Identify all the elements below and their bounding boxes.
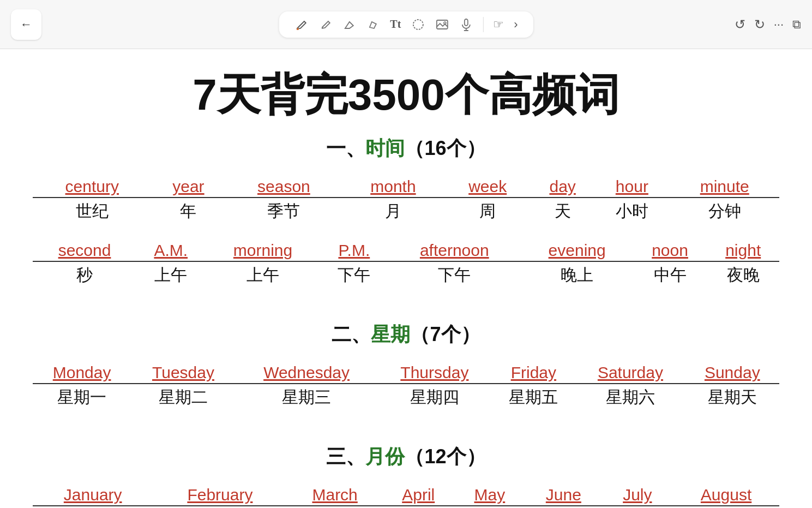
word-am: A.M.	[136, 236, 205, 261]
word-february: February	[153, 480, 287, 506]
cn-afternoon: 下午	[388, 261, 521, 294]
section-months-prefix: 三、	[326, 445, 365, 468]
cn-century: 世纪	[33, 198, 152, 230]
cn-evening: 晚上	[521, 261, 633, 294]
svg-rect-1	[296, 29, 298, 30]
section-weekdays-header: 二、星期（7个）	[33, 321, 779, 348]
main-title: 7天背完3500个高频词	[33, 71, 779, 119]
pen-icon[interactable]	[294, 17, 308, 32]
cn-august: 八月	[673, 506, 779, 508]
cn-wednesday: 星期三	[236, 384, 378, 416]
ellipsis-icon[interactable]: ···	[774, 17, 784, 32]
chevron-right-icon[interactable]: ›	[514, 17, 518, 32]
copy-icon[interactable]: ⧉	[792, 17, 801, 32]
toolbar-right: ↺ ↻ ··· ⧉	[735, 17, 801, 32]
word-morning: morning	[205, 236, 320, 261]
word-pm: P.M.	[321, 236, 388, 261]
word-january: January	[33, 480, 153, 506]
word-friday: Friday	[491, 358, 575, 384]
text-icon[interactable]: Tt	[390, 18, 401, 31]
section-time-suffix: （16个）	[405, 137, 485, 159]
cn-april: 四月	[383, 506, 454, 508]
cn-week: 周	[444, 198, 531, 230]
cn-sunday: 星期天	[685, 384, 779, 416]
eraser-icon[interactable]	[342, 17, 356, 32]
months-chinese-row: 一月 二月 三月 四月 五月 六月 七月 八月	[33, 506, 779, 508]
touch-icon[interactable]: ☞	[493, 17, 504, 32]
back-button[interactable]: ←	[11, 9, 41, 40]
section-months-suffix: （12个）	[405, 445, 485, 468]
cn-season: 季节	[225, 198, 342, 230]
weekdays-table: Monday Tuesday Wednesday Thursday Friday…	[33, 358, 779, 416]
word-may: May	[454, 480, 526, 506]
section-time-green: 时间	[365, 137, 405, 159]
word-month: month	[342, 172, 444, 198]
word-noon: noon	[633, 236, 707, 261]
word-july: July	[602, 480, 673, 506]
cn-pm: 下午	[321, 261, 388, 294]
word-year: year	[152, 172, 226, 198]
cn-month: 月	[342, 198, 444, 230]
time-chinese-row1: 世纪 年 季节 月 周 天 小时 分钟	[33, 198, 779, 230]
lasso-icon[interactable]	[411, 17, 425, 32]
cn-year: 年	[152, 198, 226, 230]
cn-january: 一月	[33, 506, 153, 508]
word-april: April	[383, 480, 454, 506]
section-time-header: 一、时间（16个）	[33, 135, 779, 162]
word-afternoon: afternoon	[388, 236, 521, 261]
cn-am: 上午	[136, 261, 205, 294]
undo-icon[interactable]: ↺	[735, 17, 745, 32]
cn-saturday: 星期六	[575, 384, 685, 416]
cn-june: 六月	[525, 506, 602, 508]
cn-night: 夜晚	[707, 261, 779, 294]
cn-morning: 上午	[205, 261, 320, 294]
word-century: century	[33, 172, 152, 198]
word-march: March	[287, 480, 383, 506]
mic-icon[interactable]	[459, 17, 473, 32]
toolbar-center: Tt ☞ ›	[279, 11, 533, 38]
cn-minute: 分钟	[670, 198, 779, 230]
toolbar-left: ←	[11, 9, 41, 40]
highlight-icon[interactable]	[366, 17, 380, 32]
word-monday: Monday	[33, 358, 131, 384]
cn-tuesday: 星期二	[131, 384, 236, 416]
word-minute: minute	[670, 172, 779, 198]
toolbar-divider	[483, 17, 483, 32]
cn-hour: 小时	[594, 198, 670, 230]
section-months-green: 月份	[365, 445, 405, 468]
months-english-row: January February March April May June Ju…	[33, 480, 779, 506]
section-weekdays-prefix: 二、	[332, 323, 371, 345]
cn-march: 三月	[287, 506, 383, 508]
time-chinese-row2: 秒 上午 上午 下午 下午 晚上 中午 夜晚	[33, 261, 779, 294]
toolbar: ← Tt	[0, 0, 812, 49]
word-second: second	[33, 236, 136, 261]
time-table-row2: second A.M. morning P.M. afternoon eveni…	[33, 236, 779, 294]
image-icon[interactable]	[435, 17, 449, 32]
redo-icon[interactable]: ↻	[754, 17, 765, 32]
word-june: June	[525, 480, 602, 506]
section-months-header: 三、月份（12个）	[33, 444, 779, 470]
word-wednesday: Wednesday	[236, 358, 378, 384]
word-sunday: Sunday	[685, 358, 779, 384]
time-english-row2: second A.M. morning P.M. afternoon eveni…	[33, 236, 779, 261]
time-english-row1: century year season month week day hour …	[33, 172, 779, 198]
cn-second: 秒	[33, 261, 136, 294]
word-hour: hour	[594, 172, 670, 198]
cn-noon: 中午	[633, 261, 707, 294]
cn-friday: 星期五	[491, 384, 575, 416]
svg-point-2	[413, 20, 423, 29]
cn-july: 七月	[602, 506, 673, 508]
cn-may: 五月	[454, 506, 526, 508]
cn-day: 天	[531, 198, 594, 230]
main-content: 7天背完3500个高频词 一、时间（16个） century year seas…	[0, 49, 812, 508]
weekdays-chinese-row: 星期一 星期二 星期三 星期四 星期五 星期六 星期天	[33, 384, 779, 416]
cn-monday: 星期一	[33, 384, 131, 416]
word-saturday: Saturday	[575, 358, 685, 384]
pencil-icon[interactable]	[318, 17, 332, 32]
word-night: night	[707, 236, 779, 261]
svg-rect-5	[464, 19, 467, 26]
cn-thursday: 星期四	[377, 384, 491, 416]
word-thursday: Thursday	[377, 358, 491, 384]
word-day: day	[531, 172, 594, 198]
word-august: August	[673, 480, 779, 506]
